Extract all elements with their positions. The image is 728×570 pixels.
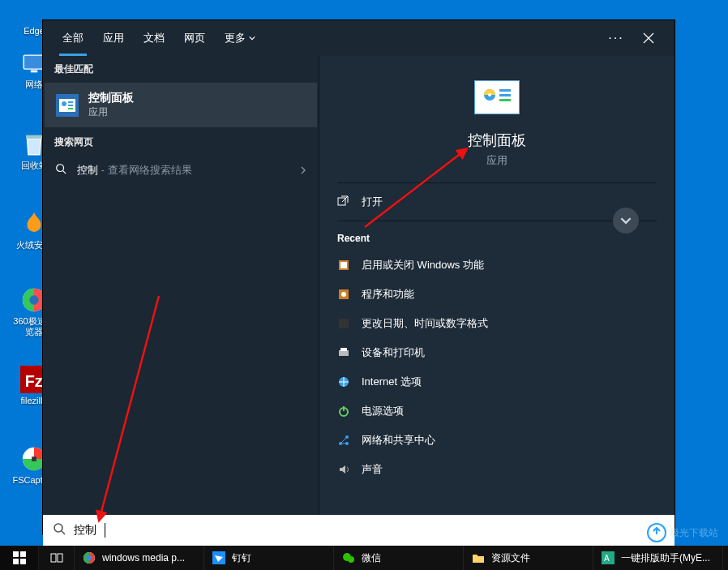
recent-item-label: 启用或关闭 Windows 功能 xyxy=(362,258,484,272)
svg-point-44 xyxy=(87,555,92,560)
svg-rect-26 xyxy=(339,350,349,356)
svg-rect-12 xyxy=(68,105,73,106)
search-input-bar[interactable]: 控制 xyxy=(43,515,674,546)
tab-more[interactable]: 更多 xyxy=(215,20,265,56)
options-button[interactable]: ··· xyxy=(600,22,632,54)
svg-rect-2 xyxy=(26,135,42,139)
recent-item[interactable]: 设备和打印机 xyxy=(319,338,674,367)
netshare-icon xyxy=(337,434,350,447)
svg-rect-11 xyxy=(68,101,73,103)
task-view-button[interactable] xyxy=(39,546,75,570)
svg-rect-19 xyxy=(499,99,511,101)
svg-rect-17 xyxy=(499,89,511,92)
taskbar-item[interactable]: windows media p... xyxy=(75,546,204,570)
section-best-match: 最佳匹配 xyxy=(43,56,319,81)
search-panel: 全部 应用 文档 网页 更多 ··· 最佳匹配 控制面板 应用 搜索网页 控制 … xyxy=(43,20,674,534)
svg-rect-30 xyxy=(343,406,345,411)
detail-subtitle: 应用 xyxy=(486,153,507,168)
recent-item[interactable]: 网络和共享中心 xyxy=(319,426,674,455)
control-panel-icon xyxy=(56,94,79,117)
chevron-right-icon xyxy=(299,163,307,178)
svg-rect-40 xyxy=(20,559,26,564)
folder-icon xyxy=(472,551,485,564)
detail-title: 控制面板 xyxy=(468,131,526,150)
svg-point-10 xyxy=(62,101,66,106)
wechat-icon xyxy=(342,551,355,564)
tab-web[interactable]: 网页 xyxy=(174,20,215,56)
open-icon xyxy=(337,195,350,209)
detail-app-icon xyxy=(474,80,520,114)
taskbar-item[interactable]: 资源文件 xyxy=(464,546,593,570)
detail-pane: 控制面板 应用 打开 Recent 启用或关闭 Windows 功能程序和功能更… xyxy=(319,56,674,534)
feature-icon xyxy=(337,259,350,272)
recent-item-label: Internet 选项 xyxy=(362,375,422,389)
svg-rect-20 xyxy=(338,198,345,205)
recent-item[interactable]: Internet 选项 xyxy=(319,367,674,396)
taskbar-item-label: 一键排版助手(MyE... xyxy=(621,551,710,565)
taskbar-item-label: 微信 xyxy=(362,551,381,565)
taskbar-item-label: windows media p... xyxy=(102,552,185,564)
svg-point-24 xyxy=(341,292,346,297)
search-header: 全部 应用 文档 网页 更多 ··· xyxy=(43,20,674,56)
taskbar-item-label: 钉钉 xyxy=(232,551,251,565)
svg-point-14 xyxy=(57,164,64,171)
svg-point-4 xyxy=(29,295,38,304)
best-match-subtitle: 应用 xyxy=(88,105,134,119)
taskbar: windows media p...钉钉微信资源文件A一键排版助手(MyE... xyxy=(0,546,728,570)
svg-rect-39 xyxy=(13,559,19,564)
chrome-icon xyxy=(83,551,96,564)
datetime-icon xyxy=(337,317,350,330)
recent-item-label: 网络和共享中心 xyxy=(362,433,435,448)
programs-icon xyxy=(337,288,350,301)
recent-item[interactable]: 更改日期、时间或数字格式 xyxy=(319,309,674,338)
tab-docs[interactable]: 文档 xyxy=(134,20,174,56)
inetopt-icon xyxy=(337,375,350,388)
dingtalk-icon xyxy=(212,551,225,564)
svg-text:Fz: Fz xyxy=(25,372,43,390)
svg-rect-27 xyxy=(340,348,347,351)
svg-rect-42 xyxy=(58,554,62,562)
svg-rect-22 xyxy=(340,262,347,268)
svg-text:A: A xyxy=(604,554,610,563)
sound-icon xyxy=(337,463,350,476)
recent-item[interactable]: 程序和功能 xyxy=(319,280,674,309)
svg-rect-13 xyxy=(68,108,73,109)
tab-apps[interactable]: 应用 xyxy=(93,20,134,56)
taskbar-item[interactable]: 钉钉 xyxy=(204,546,334,570)
web-search-item[interactable]: 控制 - 查看网络搜索结果 xyxy=(43,154,319,186)
svg-rect-41 xyxy=(51,554,56,562)
recent-item[interactable]: 启用或关闭 Windows 功能 xyxy=(319,251,674,280)
recent-item-label: 设备和打印机 xyxy=(362,345,425,360)
recent-item-label: 电源选项 xyxy=(362,404,404,418)
recent-item-label: 更改日期、时间或数字格式 xyxy=(362,316,488,331)
taskbar-item[interactable]: 微信 xyxy=(334,546,464,570)
svg-point-47 xyxy=(348,556,354,563)
section-web-search: 搜索网页 xyxy=(43,129,319,154)
svg-rect-38 xyxy=(20,551,26,557)
svg-rect-18 xyxy=(499,94,511,96)
watermark: 极光下载站 xyxy=(647,523,718,542)
recent-item[interactable]: 电源选项 xyxy=(319,396,674,426)
taskbar-item-label: 资源文件 xyxy=(491,551,530,565)
typeset-icon: A xyxy=(602,551,615,564)
taskbar-item[interactable]: A一键排版助手(MyE... xyxy=(593,546,723,570)
expand-button[interactable] xyxy=(613,208,639,234)
recent-item[interactable]: 声音 xyxy=(319,455,674,484)
tab-all[interactable]: 全部 xyxy=(53,20,93,56)
start-button[interactable] xyxy=(0,546,39,570)
printer-icon xyxy=(337,346,350,359)
close-button[interactable] xyxy=(632,22,665,54)
best-match-title: 控制面板 xyxy=(88,91,134,105)
svg-rect-8 xyxy=(32,456,36,461)
results-pane: 最佳匹配 控制面板 应用 搜索网页 控制 - 查看网络搜索结果 xyxy=(43,56,319,534)
svg-rect-1 xyxy=(31,71,38,73)
power-icon xyxy=(337,405,350,418)
svg-point-16 xyxy=(488,93,491,96)
best-match-item[interactable]: 控制面板 应用 xyxy=(45,83,317,127)
recent-item-label: 声音 xyxy=(362,462,383,477)
svg-rect-25 xyxy=(339,319,349,328)
search-icon xyxy=(54,163,67,178)
svg-rect-37 xyxy=(13,551,19,557)
svg-rect-0 xyxy=(24,55,45,69)
recent-item-label: 程序和功能 xyxy=(362,287,414,302)
